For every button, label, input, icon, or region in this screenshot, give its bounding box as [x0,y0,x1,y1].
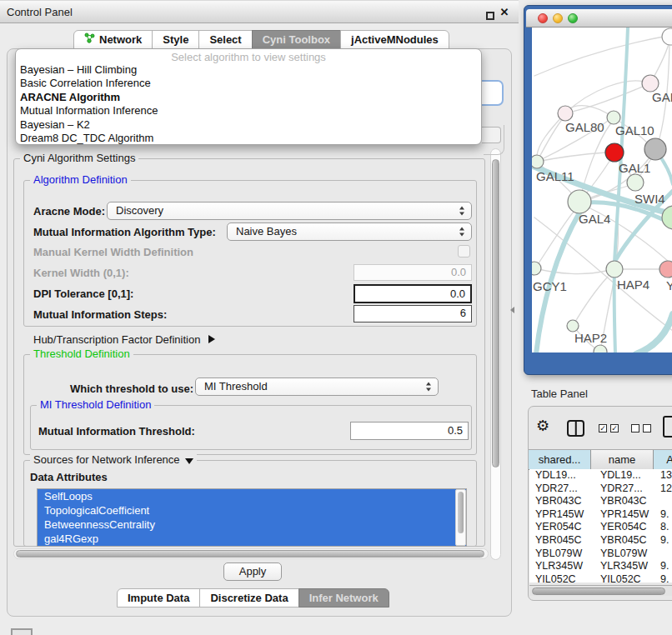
table-cell: YPR145W [600,508,649,522]
table-row[interactable]: YIL052CYIL052C9. [529,573,672,582]
network-canvas[interactable]: GAL80GAL10GAL1GAL11SWI4GAL4GALGCY1HAP4YH… [532,28,672,352]
network-node[interactable] [567,320,579,332]
table-row[interactable]: YBL079WYBL079W [529,548,672,561]
table-cell: 13 [660,469,672,482]
network-node[interactable] [644,138,666,160]
mi-steps-field[interactable]: 6 [354,305,472,322]
which-threshold-select[interactable]: MI Threshold [195,378,439,396]
attribute-item[interactable]: TopologicalCoefficient [38,503,466,518]
table-row[interactable]: YBR045CYBR045C9. [529,534,672,548]
network-node[interactable] [662,28,672,45]
tab-discretize-data[interactable]: Discretize Data [199,588,298,608]
table-row[interactable]: YPR145WYPR145W9. [529,508,672,522]
algorithm-option[interactable]: Bayesian – K2 [16,118,481,132]
tab-label: Select [209,31,241,48]
table-cell: YDL19... [535,469,576,482]
network-node[interactable] [532,155,544,168]
column-header-name[interactable]: name [591,450,654,470]
settings-hscroll-thumb[interactable] [16,550,484,558]
table-row[interactable]: YBR043CYBR043C [529,495,672,508]
table-row[interactable]: YER054CYER054C8. [529,521,672,534]
kernel-width-field[interactable]: 0.0 [354,264,472,281]
network-node[interactable] [659,261,672,278]
network-edge [614,266,615,352]
algorithm-option[interactable]: Bayesian – Hill Climbing [16,63,481,77]
manual-kernel-checkbox[interactable] [458,245,470,258]
algorithm-option[interactable]: Basic Correlation Inference [16,77,481,90]
attribute-item[interactable]: gal4RGexp [38,532,466,546]
algorithm-dropdown-popup: Select algorithm to view settings Bayesi… [15,48,482,145]
select-all-checkbox-icon[interactable]: ✓ [599,424,607,432]
network-node[interactable] [627,174,644,191]
attribute-item[interactable]: SelfLoops [38,489,466,503]
algorithm-option[interactable]: Dream8 DC_TDC Algorithm [16,132,481,145]
table-row[interactable]: YDL19...YDL19...13 [529,469,672,482]
panel-divider-grip[interactable] [510,307,514,313]
tab-style[interactable]: Style [152,30,199,49]
table-data-combo-fragment[interactable] [482,127,501,143]
mac-close-button[interactable] [538,13,548,23]
table-row[interactable]: YLR345WYLR345W9. [529,560,672,573]
table-row[interactable]: YDR27...YDR27...12 [529,482,672,496]
tab-jactivemnodules[interactable]: jActiveMNodules [340,30,449,49]
select-all-checkbox-icon[interactable]: ✓ [610,424,619,432]
show-columns-icon[interactable] [567,420,584,437]
aracne-mode-label: Aracne Mode: [33,205,105,218]
aracne-mode-select[interactable]: Discovery [107,202,472,220]
column-header-a[interactable]: A [654,450,672,470]
mi-type-select[interactable]: Naive Bayes [227,222,472,241]
hub-definition-toggle[interactable]: Hub/Transcription Factor Definition [33,332,215,346]
attributes-scrollbar-thumb[interactable] [458,492,464,533]
column-header-shared[interactable]: shared... [529,450,591,470]
network-node-label: GAL10 [615,123,654,138]
table-hscroll-thumb[interactable] [532,588,665,595]
corner-button-fragment[interactable] [11,628,33,635]
data-attributes-label: Data Attributes [30,471,108,484]
network-node[interactable] [558,106,573,121]
network-node[interactable] [532,262,541,275]
mi-threshold-field[interactable]: 0.5 [350,422,469,440]
kernel-width-label: Kernel Width (0,1): [33,267,129,280]
network-window-titlebar[interactable] [526,9,672,28]
table-cell: YBR045C [600,534,647,548]
tab-label: Cyni Toolbox [263,31,330,48]
network-node[interactable] [594,345,607,352]
algorithm-option[interactable]: Mutual Information Inference [16,104,481,118]
deselect-all-checkbox-icon[interactable] [643,424,651,432]
cyni-settings-title: Cyni Algorithm Settings [20,152,138,164]
network-node[interactable] [642,75,659,92]
tab-select[interactable]: Select [198,30,252,49]
dpi-tolerance-field[interactable]: 0.0 [354,284,472,303]
inference-algorithm-combo-fragment[interactable] [482,80,504,106]
mac-minimize-button[interactable] [553,13,563,23]
cyni-mode-tabbar: Impute DataDiscretize DataInfer Network [117,588,389,608]
spinner-arrows-icon [459,207,465,216]
network-view-window: GAL80GAL10GAL1GAL11SWI4GAL4GALGCY1HAP4YH… [524,5,672,375]
tab-impute-data[interactable]: Impute Data [117,588,200,608]
network-node[interactable] [606,261,623,278]
close-icon[interactable]: ✕ [498,6,511,19]
import-table-icon[interactable] [663,416,672,438]
apply-button[interactable]: Apply [223,562,282,581]
gear-icon[interactable]: ⚙ [536,418,549,434]
float-window-icon[interactable] [486,12,494,20]
network-node-label: Y [666,278,672,292]
network-node-label: GAL [652,90,672,104]
table-cell: YBL079W [600,548,647,561]
settings-vscroll-thumb[interactable] [492,159,499,468]
attribute-item[interactable]: BetweennessCentrality [38,518,466,532]
tab-cyni-toolbox[interactable]: Cyni Toolbox [252,30,341,49]
network-node[interactable] [568,190,591,213]
tab-infer-network[interactable]: Infer Network [298,588,389,608]
deselect-all-checkbox-icon[interactable] [631,424,639,432]
network-node[interactable] [605,143,624,162]
network-node-label: HAP2 [574,331,607,345]
algorithm-option[interactable]: ARACNE Algorithm [16,91,481,104]
table-cell: YER054C [600,521,647,534]
network-icon [84,31,95,48]
tab-network[interactable]: Network [73,30,153,49]
network-node[interactable] [607,111,620,124]
mac-zoom-button[interactable] [568,13,578,23]
table-cell: YLR345W [600,560,648,573]
sources-group-title[interactable]: Sources for Network Inference [30,454,197,466]
